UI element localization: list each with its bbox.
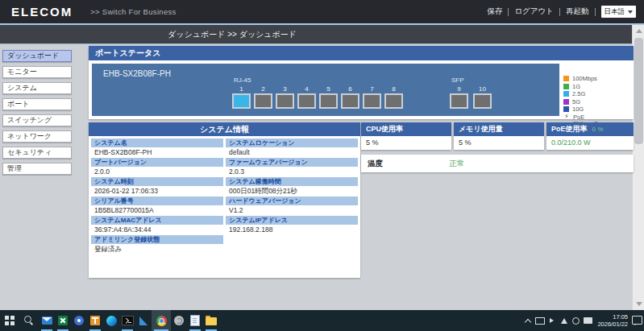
port-1[interactable]: 1	[232, 85, 251, 109]
field-label: システム時刻	[91, 177, 223, 186]
taskbar-app-button[interactable]	[171, 310, 187, 331]
taskbar-notepad-button[interactable]	[187, 310, 203, 331]
taskbar-clock[interactable]: 17:05 2026/01/22	[597, 313, 628, 328]
port-status-title: ポートステータス	[89, 46, 634, 60]
taskbar-chrome-button[interactable]	[152, 310, 171, 331]
port-6[interactable]: 6	[341, 85, 359, 109]
system-info-field: ブートバージョン2.0.0	[91, 158, 223, 177]
sidebar-item-label: セキュリティ	[7, 148, 52, 156]
legend-label: PoE	[573, 114, 584, 121]
tray-volume-button[interactable]	[546, 310, 557, 331]
field-value: V1.2	[226, 205, 358, 216]
port-number: 7	[370, 85, 373, 93]
temperature-value: 正常	[449, 159, 464, 169]
cpu-usage-label: CPU使用率	[366, 122, 403, 136]
tray-ime-button[interactable]	[583, 310, 593, 331]
taskbar-winscp-button[interactable]	[135, 310, 152, 331]
page-scrollbar[interactable]	[632, 25, 644, 310]
sidebar-item-monitor[interactable]: モニター	[2, 66, 72, 78]
system-info-field: ファームウェアバージョン2.0.3	[226, 158, 358, 177]
excel-icon	[58, 316, 68, 325]
legend-label: 100Mbps	[572, 75, 597, 82]
breadcrumb-bar: ダッシュボード >> ダッシュボード	[0, 25, 632, 44]
poe-usage-title: PoE使用率0 %	[546, 122, 634, 136]
field-value: 000日01時間08分21秒	[226, 186, 358, 197]
save-button[interactable]: 保存	[487, 6, 502, 17]
port-7[interactable]: 7	[363, 85, 381, 109]
sidebar-item-label: ポート	[7, 100, 29, 108]
memory-usage-card: メモリ使用量 5 %	[454, 122, 544, 150]
taskbar-terminal-button[interactable]	[119, 310, 135, 331]
port-4[interactable]: 4	[297, 85, 316, 109]
system-info-field: ハードウェアバージョンV1.2	[226, 197, 358, 216]
system-info-field-adminlink: アドミリンク登録状態登録済み	[91, 235, 223, 254]
divider	[595, 8, 596, 16]
port-8[interactable]: 8	[384, 85, 403, 109]
port-status-square	[384, 93, 403, 109]
speaker-icon	[550, 318, 554, 323]
divider	[508, 8, 509, 16]
clock-date: 2026/01/22	[597, 321, 628, 328]
start-button[interactable]	[0, 310, 19, 331]
legend-swatch-2-5g	[563, 91, 569, 97]
scrollbar-thumb[interactable]	[634, 38, 643, 144]
windows-logo-icon	[5, 316, 9, 320]
scroll-up-icon[interactable]	[636, 29, 642, 33]
sidebar-item-switching[interactable]: スイッチング	[2, 114, 72, 126]
field-value: default	[226, 147, 358, 158]
file-explorer-icon	[206, 317, 217, 325]
action-center-button[interactable]	[632, 310, 642, 331]
temperature-card: 温度 正常	[361, 155, 634, 172]
field-label: システムIPアドレス	[226, 216, 358, 225]
system-tray: 17:05 2026/01/22	[522, 310, 642, 331]
app-subtitle: >> Switch For Business	[90, 7, 176, 16]
port-3[interactable]: 3	[276, 85, 294, 109]
legend-swatch-1g	[563, 84, 569, 89]
port-number: 6	[348, 85, 351, 93]
tray-expand-button[interactable]	[522, 310, 533, 331]
sidebar-item-system[interactable]: システム	[2, 82, 72, 94]
switch-device-graphic: EHB-SX2B08F-PH RJ-45 1 2 3 4 5 6 7 8 SFP…	[92, 64, 559, 116]
search-icon	[24, 316, 31, 323]
port-10[interactable]: 10	[473, 85, 492, 109]
sidebar-item-dashboard[interactable]: ダッシュボード	[2, 50, 72, 62]
taskbar-explorer-button[interactable]	[203, 310, 219, 331]
system-info-field: システムロケーションdefault	[226, 139, 358, 158]
taskbar-teams-button[interactable]	[71, 310, 87, 331]
taskbar-excel-button[interactable]	[55, 310, 71, 331]
sidebar-item-security[interactable]: セキュリティ	[2, 147, 72, 159]
divider	[559, 8, 560, 16]
scroll-down-icon[interactable]	[636, 302, 642, 306]
taskbar-teraterm-button[interactable]	[87, 310, 103, 331]
tray-network-button[interactable]	[559, 310, 569, 331]
sidebar-item-label: ネットワーク	[7, 132, 52, 140]
reboot-button[interactable]: 再起動	[566, 6, 589, 17]
sidebar-nav: ダッシュボード モニター システム ポート スイッチング ネットワーク セキュリ…	[2, 50, 72, 179]
legend-item: 10G	[563, 106, 633, 113]
port-9[interactable]: 9	[450, 85, 468, 109]
tray-settings-button[interactable]	[571, 310, 581, 331]
port-5[interactable]: 5	[319, 85, 338, 109]
port-number: 9	[457, 85, 460, 93]
logout-button[interactable]: ログアウト	[514, 6, 554, 17]
field-label: ハードウェアバージョン	[226, 197, 358, 205]
taskbar-edge-button[interactable]	[103, 310, 119, 331]
port-number: 5	[326, 85, 330, 93]
sidebar-item-port[interactable]: ポート	[2, 98, 72, 110]
taskbar-search-button[interactable]	[19, 310, 39, 331]
sidebar-item-label: モニター	[7, 68, 37, 76]
app-header: ELECOM >> Switch For Business 保存 ログアウト 再…	[0, 0, 644, 23]
field-value: 1B5BL827700015A	[91, 205, 223, 216]
port-2[interactable]: 2	[254, 85, 272, 109]
monitor-icon	[535, 317, 545, 325]
system-info-field: システム名EHB-SX2B08F-PH	[91, 139, 223, 158]
system-info-field: シリアル番号1B5BL827700015A	[91, 197, 223, 216]
port-row: 9 10	[450, 85, 492, 109]
swirl-app-icon	[174, 316, 184, 325]
sidebar-item-admin[interactable]: 管理	[2, 163, 72, 175]
language-select[interactable]: 日本語	[601, 6, 637, 18]
taskbar-mail-button[interactable]	[39, 310, 55, 331]
tray-monitor-button[interactable]	[534, 310, 545, 331]
field-label: シリアル番号	[91, 197, 223, 205]
sidebar-item-network[interactable]: ネットワーク	[2, 130, 72, 143]
